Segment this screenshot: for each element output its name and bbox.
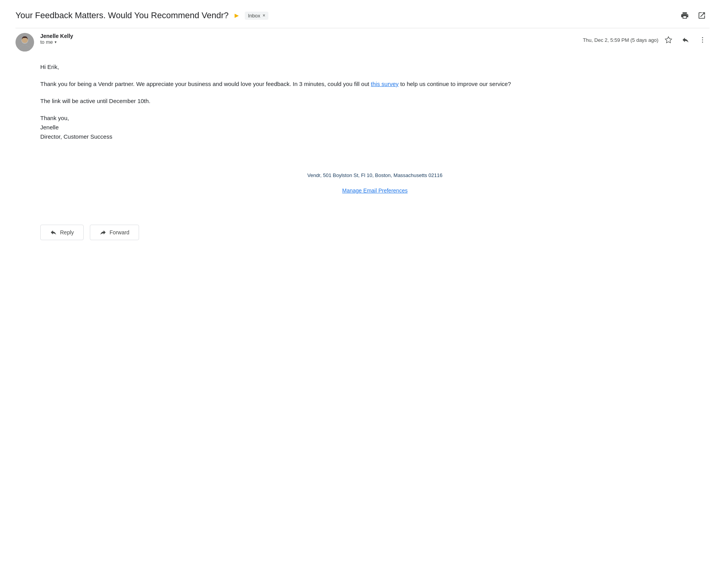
svg-point-6: [702, 37, 703, 38]
open-in-new-button[interactable]: [694, 8, 710, 23]
email-timestamp: Thu, Dec 2, 5:59 PM (5 days ago): [583, 37, 658, 43]
svg-marker-5: [665, 37, 672, 43]
footer-address: Vendr, 501 Boylston St, Fl 10, Boston, M…: [40, 172, 710, 178]
email-footer: Vendr, 501 Boylston St, Fl 10, Boston, M…: [0, 149, 725, 209]
sender-to[interactable]: to me ▾: [40, 39, 577, 45]
badge-close-icon[interactable]: ×: [263, 13, 265, 18]
forward-button-label: Forward: [110, 229, 129, 236]
reply-button-label: Reply: [60, 229, 74, 236]
star-icon: [665, 36, 672, 44]
sender-avatar: [15, 33, 34, 52]
inbox-badge-label: Inbox: [248, 13, 260, 19]
email-closing: Thank you, Jenelle Director, Customer Su…: [40, 113, 710, 141]
print-icon: [680, 11, 689, 20]
sender-to-chevron-icon: ▾: [55, 40, 57, 44]
reply-header-button[interactable]: [679, 33, 692, 47]
svg-point-8: [702, 42, 703, 43]
print-button[interactable]: [677, 8, 692, 23]
closing-text: Thank you,: [40, 115, 69, 121]
sender-info: Jenelle Kelly to me ▾: [40, 33, 577, 45]
sender-name: Jenelle Kelly: [40, 33, 577, 39]
sender-to-label: to me: [40, 39, 53, 45]
more-vert-icon: [699, 36, 706, 44]
reply-icon: [682, 36, 689, 44]
paragraph1-before-link: Thank you for being a Vendr partner. We …: [40, 81, 371, 87]
email-meta: Jenelle Kelly to me ▾ Thu, Dec 2, 5:59 P…: [0, 28, 725, 56]
sender-title: Director, Customer Success: [40, 133, 112, 140]
survey-link[interactable]: this survey: [371, 81, 399, 87]
paragraph1-after-link: to help us continue to improve our servi…: [399, 81, 511, 87]
manage-email-preferences-link[interactable]: Manage Email Preferences: [342, 187, 408, 194]
star-button[interactable]: [661, 33, 675, 47]
email-paragraph2: The link will be active until December 1…: [40, 96, 710, 106]
email-paragraph1: Thank you for being a Vendr partner. We …: [40, 79, 710, 89]
sender-first-name: Jenelle: [40, 124, 59, 131]
svg-point-7: [702, 40, 703, 41]
subject-arrow-icon: ►: [233, 12, 240, 20]
forward-action-icon: [100, 229, 107, 236]
action-buttons: Reply Forward: [0, 209, 725, 256]
open-in-new-icon: [698, 11, 706, 20]
reply-button[interactable]: Reply: [40, 225, 84, 240]
email-body: Hi Erik, Thank you for being a Vendr par…: [0, 56, 725, 141]
email-subject: Your Feedback Matters. Would You Recomme…: [15, 10, 228, 21]
header-actions: [677, 8, 710, 23]
forward-button[interactable]: Forward: [90, 225, 139, 240]
more-options-button[interactable]: [696, 33, 710, 47]
subject-bar: Your Feedback Matters. Would You Recomme…: [0, 0, 725, 28]
email-greeting: Hi Erik,: [40, 62, 710, 72]
meta-right: Thu, Dec 2, 5:59 PM (5 days ago): [583, 33, 710, 47]
reply-action-icon: [50, 229, 57, 236]
inbox-badge[interactable]: Inbox ×: [245, 12, 268, 20]
avatar-image: [15, 33, 34, 52]
